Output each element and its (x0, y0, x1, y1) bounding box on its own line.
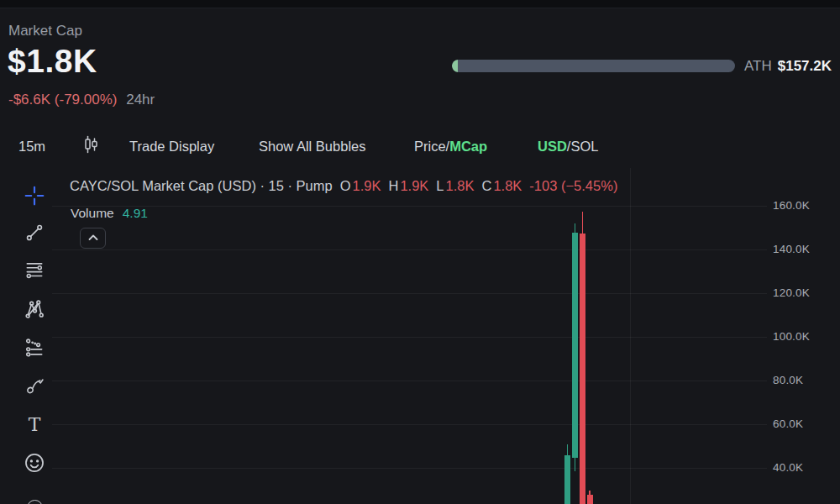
legend-collapse-button[interactable] (80, 228, 106, 249)
xabcd-pattern-icon (24, 298, 45, 320)
price-axis[interactable] (769, 168, 840, 504)
text-tool-icon: T (29, 416, 41, 434)
candlestick-icon (81, 142, 102, 157)
usd-option-selected: USD (538, 139, 567, 154)
chart-legend: CAYC/SOL Market Cap (USD) · 15 · Pump O1… (70, 178, 617, 194)
trend-line-icon (24, 222, 45, 244)
show-all-bubbles-toggle[interactable]: Show All Bubbles (259, 139, 366, 155)
sidebar-tool-trend-line[interactable] (20, 218, 49, 247)
ohlc-close-value: 1.8K (493, 178, 522, 194)
volume-label: Volume (71, 206, 114, 220)
ohlc-high-label: H (388, 178, 398, 194)
ath-progress-bar (452, 60, 735, 72)
ath-value: $157.2K (778, 58, 832, 74)
mcap-option-selected: MCap (449, 139, 487, 154)
sidebar-tool-forecast[interactable] (20, 333, 49, 362)
ath-text: ATH$157.2K (744, 58, 832, 75)
market-cap-label: Market Cap (8, 23, 82, 39)
crosshair-icon (24, 185, 45, 207)
emoji-smiley-icon (23, 451, 46, 475)
window-top-strip (0, 0, 840, 8)
volume-row: Volume4.91 (71, 206, 148, 221)
sidebar-tool-emoji[interactable] (20, 449, 49, 477)
ohlc-low-value: 1.8K (446, 178, 475, 194)
chart-toolbar: 15m Trade Display Show All Bubbles Price… (0, 128, 840, 165)
ath-label: ATH (744, 58, 772, 74)
timeframe-selector[interactable]: 15m (18, 139, 45, 155)
sidebar-tool-xabcd-pattern[interactable] (20, 295, 49, 323)
ohlc-change-value: -103 (−5.45%) (529, 178, 617, 194)
sidebar-tool-text[interactable]: T (20, 411, 49, 439)
chevron-up-icon (87, 232, 99, 244)
ohlc-close-label: C (481, 178, 491, 194)
chart-pane[interactable] (52, 168, 769, 504)
market-cap-change-value: -$6.6K (-79.00%) (8, 92, 117, 108)
ohlc-high-value: 1.9K (400, 178, 428, 194)
sidebar-tool-partial-icon[interactable] (27, 500, 43, 504)
sidebar-tool-brush[interactable] (20, 371, 49, 400)
volume-value: 4.91 (123, 206, 148, 220)
ohlc-open-value: 1.9K (353, 178, 381, 194)
market-cap-value: $1.8K (8, 43, 97, 80)
ath-progress-fill (452, 60, 458, 72)
fib-retracement-icon (24, 260, 45, 281)
sidebar-tool-crosshair[interactable] (20, 181, 49, 210)
chart-style-button[interactable] (81, 134, 102, 158)
sidebar-tool-fib-retracement[interactable] (20, 256, 49, 285)
sol-option: /SOL (567, 139, 599, 154)
market-cap-change-row: -$6.6K (-79.00%) 24hr (8, 92, 155, 108)
change-period-label: 24hr (126, 92, 155, 108)
ohlc-open-label: O (340, 178, 351, 194)
price-mcap-toggle[interactable]: Price/MCap (414, 139, 487, 155)
price-option: Price/ (414, 139, 449, 154)
trade-display-toggle[interactable]: Trade Display (129, 139, 214, 155)
chart-symbol-title: CAYC/SOL Market Cap (USD) · 15 · Pump (70, 178, 333, 194)
ohlc-low-label: L (436, 178, 444, 194)
forecast-icon (24, 337, 45, 359)
brush-icon (24, 375, 45, 396)
usd-sol-toggle[interactable]: USD/SOL (538, 139, 598, 155)
